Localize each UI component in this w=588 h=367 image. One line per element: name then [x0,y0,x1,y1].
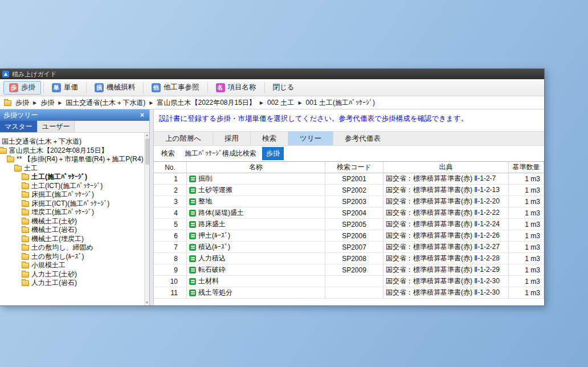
cell-name: 人力積込 [198,254,226,263]
breadcrumb-item[interactable]: 歩掛 [40,98,54,108]
table-row[interactable]: 積込(ﾙｰｽﾞ) [187,242,325,253]
toolbar-button-label: 単価 [64,83,78,92]
cell-no: 8 [154,253,187,264]
tree-item-label: 機械土工(埋戻工) [31,234,84,244]
package-icon [189,255,196,262]
tree-item[interactable]: 機械土工(埋戻工) [22,235,144,244]
table-row[interactable]: 人力積込 [187,253,325,264]
scroll-up-icon[interactable]: ▲ [145,133,149,138]
tree-item[interactable]: 機械土工(岩石) [22,226,144,235]
toolbar: 歩歩掛単単価損機械損料他他工事参照名項目名称閉じる [0,79,544,96]
table-row[interactable]: 路床盛土 [187,219,325,230]
tree-item[interactable]: 床掘工(施工ﾊﾟｯｹｰｼﾞ) [22,190,144,199]
toolbar-button-tanka[interactable]: 単単価 [46,81,84,95]
table-row[interactable]: 整地 [187,196,325,207]
cell-qty: 1 m3 [509,230,544,242]
package-icon [189,289,196,296]
toolbar-button-tojiru[interactable]: 閉じる [267,81,300,95]
folder-icon [0,148,7,154]
title-bar[interactable]: 積み上げガイド [0,69,544,79]
tree-scrollbar[interactable]: ▲ ▼ [144,133,149,305]
nav-tab-adopt[interactable]: 採用 [213,132,250,145]
tree-item[interactable]: 富山県土木【2022年08月15日】 [0,146,144,156]
tree-item-label: 人力土工(岩石) [31,278,77,288]
breadcrumb: 歩掛▶歩掛▶国土交通省(土木＋下水道)▶富山県土木【2022年08月15日】▶0… [0,96,544,109]
tree-item[interactable]: ** 【歩掛(R4)＋市場単価(R4)＋施工P(R4) [7,155,144,164]
tree-item[interactable]: 埋戻工(施工ﾊﾟｯｹｰｼﾞ) [22,208,144,217]
table-row[interactable]: 土材料 [187,276,325,287]
close-panel-icon[interactable]: × [138,111,146,119]
toolbar-separator [86,82,87,93]
cell-no: 9 [154,264,187,276]
results-table: No.名称検索コード出典基準数量1掘削SP2001国交省：標準積算基準書(赤) … [154,161,544,305]
breadcrumb-item[interactable]: 002 土工 [267,98,294,108]
tree-item-label: 機械土工(岩石) [31,225,77,235]
instruction-message: 設計書に登録する歩掛・市場単価を選択してください。参考代価表で歩掛構成を確認でき… [154,109,544,128]
toolbar-button-kikai-sonryo[interactable]: 損機械損料 [89,81,141,95]
breadcrumb-item[interactable]: 富山県土木【2022年08月15日】 [157,98,255,108]
tree-item[interactable]: 土工 [14,164,144,173]
tree-item[interactable]: 人力土工(土砂) [22,270,144,279]
tree-item-label: 小規模土工 [31,260,66,270]
column-header: 名称 [187,162,325,173]
cell-no: 10 [154,276,187,287]
scroll-thumb[interactable] [145,138,149,165]
nav-tab-tree[interactable]: ツリー [288,132,333,145]
cell-code: SP2004 [325,207,383,219]
toolbar-separator [143,82,144,93]
cell-source: 国交省：標準積算基準書(赤) Ⅱ-1-2-22 [383,207,509,219]
table-row[interactable]: 土砂等運搬 [187,185,325,196]
app-window: 積み上げガイド 歩歩掛単単価損機械損料他他工事参照名項目名称閉じる 歩掛▶歩掛▶… [0,68,545,306]
tree-item[interactable]: 土工(施工ﾊﾟｯｹｰｼﾞ) [22,173,144,182]
column-header: 出典 [383,162,509,173]
table-row[interactable]: 路体(築堤)盛土 [187,207,325,219]
tree-item[interactable]: 床掘工(ICT)(施工ﾊﾟｯｹｰｼﾞ) [22,199,144,209]
tree-tab-user[interactable]: ユーザー [38,121,75,132]
cell-no: 6 [154,230,187,242]
tree-item[interactable]: 土の敷均し(ﾙｰｽﾞ) [22,252,144,262]
cell-code: SP2008 [325,253,383,264]
cell-code: SP2006 [325,230,383,242]
cell-qty: 1 m3 [509,253,544,264]
breadcrumb-arrow-icon: ▶ [33,100,36,105]
nav-tab-up[interactable]: 上の階層へ [154,132,213,145]
sub-tab-hodokake[interactable]: 歩掛 [262,147,284,160]
scroll-down-icon[interactable]: ▼ [145,300,149,305]
breadcrumb-item[interactable]: 001 土工(施工ﾊﾟｯｹｰｼﾞ) [306,98,375,108]
table-row[interactable]: 掘削 [187,173,325,185]
tree-item-label: 床掘工(ICT)(施工ﾊﾟｯｹｰｼﾞ) [31,199,109,209]
toolbar-button-komoku-meisho[interactable]: 名項目名称 [210,81,262,95]
window-title: 積み上げガイド [12,70,56,79]
toolbar-button-hodokake[interactable]: 歩歩掛 [3,81,41,95]
nav-tab-reference[interactable]: 参考代価表 [333,132,392,145]
cell-no: 11 [154,287,187,299]
toolbar-button-hoka-koji-sansho[interactable]: 他他工事参照 [146,81,205,95]
cell-name: 掘削 [198,174,212,184]
cell-no: 1 [154,173,187,185]
cell-qty: 1 m3 [509,276,544,287]
table-row[interactable]: 押土(ﾙｰｽﾞ) [187,230,325,242]
cell-source: 国交省：標準積算基準書(赤) Ⅱ-1-2-30 [383,276,509,287]
tree-item[interactable]: 土工(ICT)(施工ﾊﾟｯｹｰｼﾞ) [22,182,144,191]
sub-tab-search[interactable]: 検索 [157,147,179,160]
sub-tab-composition[interactable]: 施工ﾊﾟｯｹｰｼﾞ構成比検索 [181,147,260,160]
tree-item[interactable]: 機械土工(土砂) [22,217,144,226]
table-row[interactable]: 転石破砕 [187,264,325,276]
kikai-sonryo-icon: 損 [95,83,104,92]
sub-tabs: 検索施工ﾊﾟｯｹｰｼﾞ構成比検索歩掛 [154,146,544,161]
table-row[interactable]: 残土等処分 [187,287,325,299]
tree-item[interactable]: 国土交通省(土木＋下水道) [0,137,144,146]
cell-qty: 1 m3 [509,173,544,185]
breadcrumb-item[interactable]: 歩掛 [15,98,29,108]
cell-qty: 1 m3 [509,196,544,207]
tree-tab-master[interactable]: マスター [0,121,38,132]
tree-item[interactable]: 土の敷均し、締固め [22,243,144,252]
breadcrumb-item[interactable]: 国土交通省(土木＋下水道) [66,98,145,108]
tree-item[interactable]: 人力土工(岩石) [22,279,144,288]
column-header: 基準数量 [509,162,544,173]
cell-source: 国交省：標準積算基準書(赤) Ⅱ-1-2-28 [383,253,509,264]
tree-item[interactable]: 小規模土工 [22,261,144,270]
nav-tab-search[interactable]: 検索 [251,132,288,145]
app-icon [2,71,9,78]
cell-code: SP2007 [325,242,383,253]
